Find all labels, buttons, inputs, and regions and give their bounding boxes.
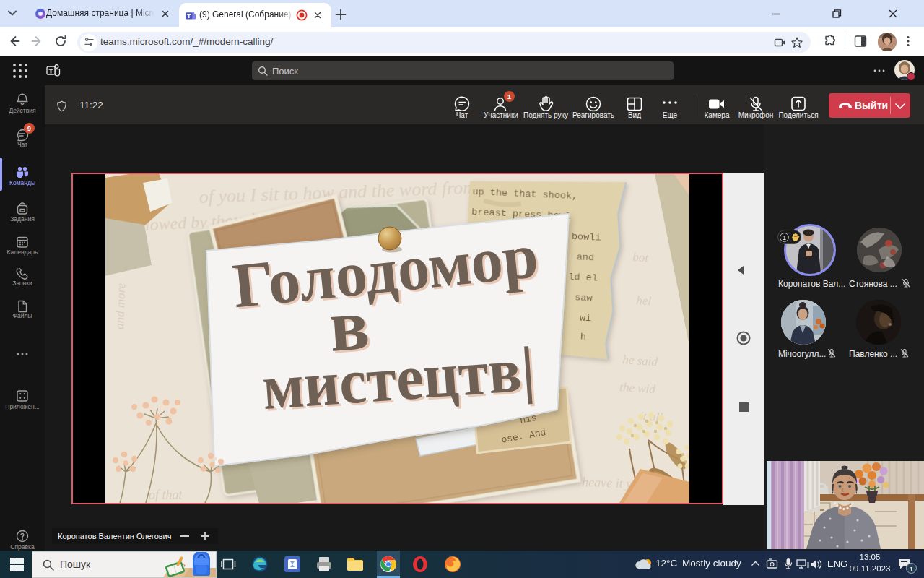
svg-text:bowli: bowli — [572, 231, 601, 243]
svg-text:bot: bot — [632, 250, 650, 265]
svg-text:and more: and more — [113, 282, 128, 329]
svg-text:hel: hel — [636, 293, 652, 308]
svg-text:and: and — [576, 251, 594, 263]
svg-text:the wid: the wid — [619, 380, 656, 396]
svg-text:h: h — [580, 332, 587, 342]
svg-text:saw: saw — [575, 292, 593, 303]
svg-text:ld el: ld el — [568, 272, 598, 284]
svg-text:he said: he said — [622, 353, 658, 368]
svg-text:wi: wi — [580, 313, 592, 324]
svg-text:of that: of that — [149, 488, 183, 502]
